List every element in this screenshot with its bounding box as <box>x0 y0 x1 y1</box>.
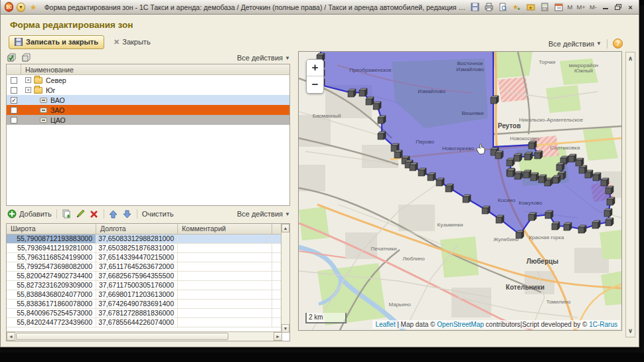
rarus-link[interactable]: 1C-Rarus <box>589 321 617 328</box>
calendar-icon[interactable] <box>554 2 564 12</box>
longitude-cell[interactable]: 37,67855644226074000 <box>96 318 178 327</box>
comment-cell[interactable] <box>178 290 272 299</box>
clear-marks-icon[interactable] <box>22 53 31 62</box>
map-all-actions-button[interactable]: Все действия▼ <box>548 40 602 48</box>
vertex-cube-marker[interactable] <box>604 209 612 217</box>
vertex-cube-marker[interactable] <box>534 151 542 159</box>
longitude-cell[interactable]: 37,65038251876831000 <box>96 244 178 252</box>
point-row[interactable]: 55,7936941121928100037,65038251876831000 <box>7 244 289 253</box>
vertex-cube-marker[interactable] <box>538 175 546 183</box>
vertex-cube-marker[interactable] <box>564 223 572 230</box>
comment-cell[interactable] <box>178 318 272 327</box>
latitude-cell[interactable]: 55,84202447723439600 <box>7 318 96 327</box>
set-marks-icon[interactable] <box>7 53 17 62</box>
point-row[interactable]: 55,7963116852419900037,65143394470215000 <box>7 253 289 262</box>
latitude-cell[interactable]: 55,84009675254573000 <box>7 309 96 317</box>
latitude-cell[interactable]: 55,82732316209309000 <box>7 281 96 290</box>
vertex-cube-marker[interactable] <box>359 88 367 96</box>
comment-column-header[interactable]: Комментарий <box>178 224 272 234</box>
vertex-cube-marker[interactable] <box>523 170 531 178</box>
row-checkbox[interactable]: ✓ <box>11 97 17 104</box>
move-up-icon[interactable] <box>109 209 118 219</box>
map-view[interactable]: ПреображенскоеВосточноеИзмайловоИзмайлов… <box>298 51 622 331</box>
vertex-cube-marker[interactable] <box>578 225 586 233</box>
vertex-cube-marker[interactable] <box>378 132 386 139</box>
scroll-down-chevron-icon[interactable]: ∨ <box>626 326 635 335</box>
latitude-cell[interactable]: 55,79369411219281000 <box>7 244 96 252</box>
latitude-cell[interactable]: 55,83836171860078000 <box>7 300 96 308</box>
point-row[interactable]: 55,8383617186007800037,67426490783691400 <box>7 300 289 309</box>
longitude-cell[interactable]: 37,65143394470215000 <box>96 253 178 262</box>
calculator-icon[interactable] <box>540 2 550 12</box>
comment-cell[interactable] <box>178 309 272 317</box>
edit-point-icon[interactable] <box>76 209 85 219</box>
points-vertical-scrollbar[interactable]: ▲ ▼ <box>281 224 289 333</box>
longitude-column-header[interactable]: Долгота <box>96 224 178 234</box>
longitude-cell[interactable]: 37,65083312988281000 <box>96 234 178 243</box>
vertex-cube-marker[interactable] <box>491 96 499 104</box>
go-favorites-icon[interactable]: ★ <box>526 2 536 12</box>
close-button[interactable]: × <box>626 3 635 11</box>
vertex-cube-marker[interactable] <box>436 178 444 186</box>
point-row[interactable]: 55,8200427490273440037,66825675964355500 <box>7 272 289 281</box>
scroll-up-icon[interactable]: ▲ <box>282 224 289 232</box>
vertex-cube-marker[interactable] <box>552 222 560 230</box>
row-checkbox[interactable] <box>11 117 17 124</box>
longitude-cell[interactable]: 37,66980171203613000 <box>96 290 178 299</box>
vertex-cube-marker[interactable] <box>607 197 615 205</box>
comment-cell[interactable] <box>178 253 272 262</box>
longitude-cell[interactable]: 37,65117645263672000 <box>96 262 178 271</box>
expand-icon[interactable]: + <box>25 87 31 93</box>
tree-all-actions-button[interactable]: Все действия▼ <box>237 54 290 62</box>
save-icon[interactable] <box>470 2 480 12</box>
move-down-icon[interactable] <box>123 209 132 219</box>
clear-points-button[interactable]: Очистить <box>142 210 174 218</box>
minimize-button[interactable] <box>601 3 609 11</box>
latitude-column-header[interactable]: Широта <box>7 224 96 234</box>
calc-memory-m[interactable]: M <box>568 3 573 11</box>
tree-row-ЗАО[interactable]: ЗАО <box>7 105 289 115</box>
favorites-star-icon[interactable]: ★ <box>29 2 39 12</box>
vertex-cube-marker[interactable] <box>601 178 609 186</box>
longitude-cell[interactable]: 37,67812728881836000 <box>96 309 178 317</box>
points-all-actions-button[interactable]: Все действия▼ <box>237 210 290 218</box>
vertex-cube-marker[interactable] <box>507 169 515 177</box>
vertex-cube-marker[interactable] <box>605 186 613 194</box>
comment-cell[interactable] <box>178 234 272 243</box>
close-form-button[interactable]: ✕ Закрыть <box>114 38 151 46</box>
form-vertical-scrollbar[interactable]: ∧ ∨ <box>625 52 635 337</box>
vertex-cube-marker[interactable] <box>593 173 601 181</box>
add-favorite-icon[interactable]: ★+ <box>512 2 522 12</box>
tree-row-ЦАО[interactable]: ЦАО <box>7 115 289 125</box>
vertex-cube-marker[interactable] <box>568 154 576 162</box>
vertex-cube-marker[interactable] <box>418 168 426 176</box>
vertex-cube-marker[interactable] <box>605 218 613 226</box>
name-column-header[interactable]: Наименование <box>21 66 74 74</box>
point-row[interactable]: 55,7992547369808200037,65117645263672000 <box>7 262 289 272</box>
zoom-in-button[interactable]: + <box>307 60 323 76</box>
leaflet-link[interactable]: Leaflet <box>375 321 395 328</box>
vertex-cube-marker[interactable] <box>528 141 536 149</box>
print-preview-icon[interactable] <box>498 2 508 12</box>
vertex-cube-marker[interactable] <box>552 175 560 183</box>
map-canvas[interactable]: ПреображенскоеВосточноеИзмайловоИзмайлов… <box>299 52 622 330</box>
vertex-cube-marker[interactable] <box>366 97 374 105</box>
main-menu-dropdown-icon[interactable]: ▼ <box>17 3 25 12</box>
comment-cell[interactable] <box>178 272 272 280</box>
row-checkbox[interactable] <box>11 77 17 84</box>
save-and-close-button[interactable]: Записать и закрыть <box>9 35 104 49</box>
vertex-cube-marker[interactable] <box>514 153 522 161</box>
vertex-cube-marker[interactable] <box>524 152 532 160</box>
scroll-down-icon[interactable]: ▼ <box>282 324 289 333</box>
vertex-cube-marker[interactable] <box>394 150 402 158</box>
delete-point-icon[interactable] <box>90 209 99 219</box>
vertex-cube-marker[interactable] <box>556 163 564 171</box>
tree-row-ВАО[interactable]: ✓ВАО <box>7 95 289 105</box>
row-checkbox[interactable] <box>11 107 17 114</box>
print-icon[interactable] <box>484 2 494 12</box>
vertex-cube-marker[interactable] <box>495 151 503 159</box>
zoom-out-button[interactable]: − <box>307 76 323 93</box>
vertex-cube-marker[interactable] <box>463 195 471 203</box>
point-row[interactable]: 55,8420244772343960037,67855644226074000 <box>7 318 289 327</box>
row-checkbox[interactable] <box>11 87 17 94</box>
